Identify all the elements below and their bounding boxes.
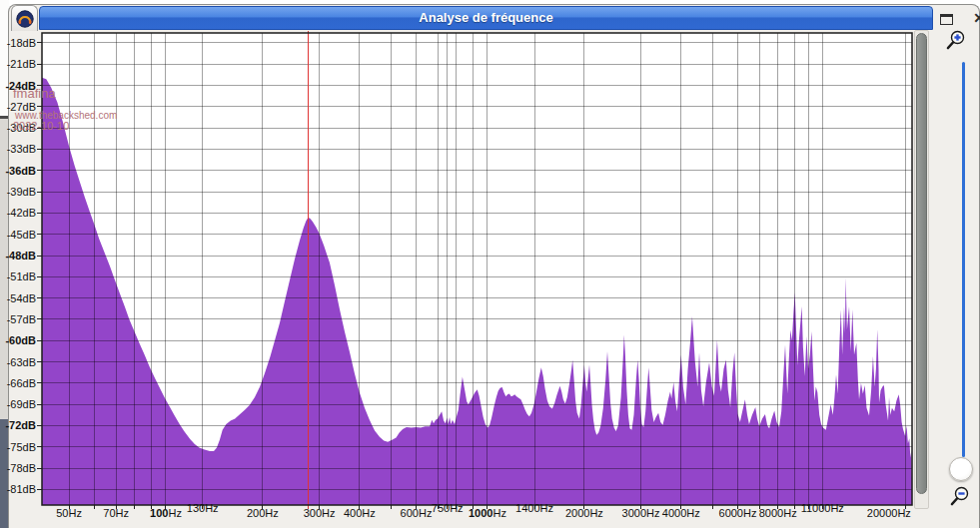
zoom-slider-thumb[interactable] (949, 457, 973, 481)
maximize-button[interactable] (940, 14, 953, 25)
spectrum-plot[interactable] (42, 33, 912, 505)
audacity-logo-icon (15, 9, 35, 29)
scrollbar-thumb[interactable] (916, 33, 927, 494)
zoom-in-button[interactable] (945, 29, 967, 51)
zoom-in-icon (945, 29, 967, 51)
titlebar[interactable]: Analyse de fréquence ✕ (9, 5, 979, 31)
zoom-out-button[interactable] (949, 485, 971, 507)
zoom-slider-track[interactable] (962, 62, 965, 457)
window-title-bar[interactable]: Analyse de fréquence (39, 6, 933, 30)
screen: Analyse de fréquence ✕ -18dB-21dB-24dB-2… (0, 0, 980, 528)
close-button[interactable]: ✕ (970, 9, 980, 27)
vertical-scrollbar[interactable] (914, 30, 929, 509)
zoom-out-icon (949, 485, 971, 507)
app-logo-tab[interactable] (11, 5, 38, 31)
window-title: Analyse de fréquence (419, 10, 552, 25)
